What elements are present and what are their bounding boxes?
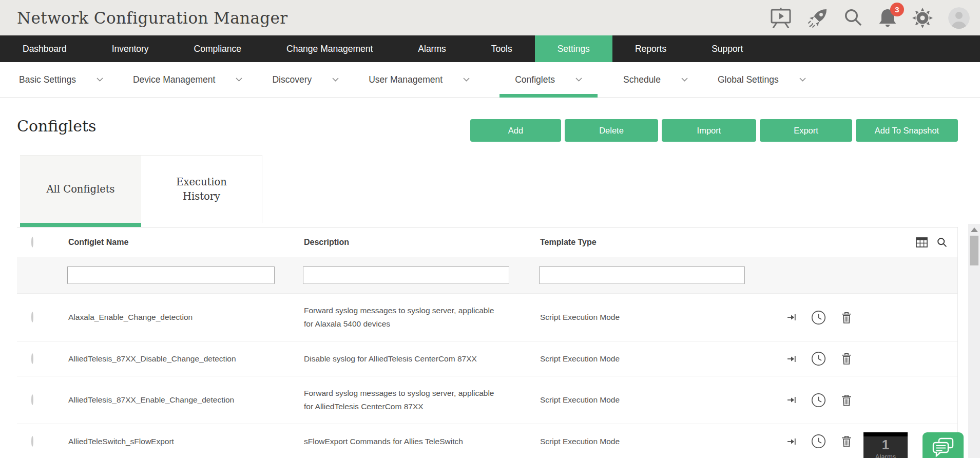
presentation-icon[interactable] xyxy=(770,7,792,28)
nav-item-alarms[interactable]: Alarms xyxy=(395,35,468,62)
column-header-configlet-name: Configlet Name xyxy=(68,238,304,247)
nav-item-label: Settings xyxy=(558,44,590,54)
chevron-down-icon xyxy=(332,78,339,82)
subnav-item-schedule[interactable]: Schedule xyxy=(623,62,688,97)
import-button[interactable]: Import xyxy=(662,119,756,142)
subnav-item-user-management[interactable]: User Management xyxy=(369,62,470,97)
row-select-radio[interactable] xyxy=(31,394,33,405)
table-filter-row xyxy=(17,257,957,294)
column-header-description: Description xyxy=(304,238,540,247)
table-header-icons xyxy=(767,237,957,247)
nav-item-tools[interactable]: Tools xyxy=(469,35,535,62)
user-avatar[interactable] xyxy=(948,7,970,29)
nav-item-label: Reports xyxy=(635,44,666,54)
nav-item-settings[interactable]: Settings xyxy=(535,35,612,62)
nav-item-dashboard[interactable]: Dashboard xyxy=(0,35,89,62)
subnav-item-discovery[interactable]: Discovery xyxy=(272,62,339,97)
chevron-down-icon xyxy=(97,78,103,82)
nav-item-inventory[interactable]: Inventory xyxy=(89,35,171,62)
table-row[interactable]: Alaxala_Enable_Change_detection Forward … xyxy=(17,294,957,341)
nav-item-support[interactable]: Support xyxy=(689,35,765,62)
topbar-icons: 3 xyxy=(770,7,970,29)
nav-item-label: Alarms xyxy=(418,44,446,54)
row-actions xyxy=(767,393,957,408)
configlet-name-cell: AlliedTelesis_87XX_Enable_Change_detecti… xyxy=(68,395,304,405)
chevron-down-icon xyxy=(236,78,242,82)
chevron-down-icon xyxy=(575,78,582,82)
subnav-item-global-settings[interactable]: Global Settings xyxy=(718,62,806,97)
push-to-devices-icon[interactable] xyxy=(787,437,796,446)
subnav-item-label: Global Settings xyxy=(718,74,779,85)
grid-view-icon[interactable] xyxy=(916,237,928,247)
nav-item-compliance[interactable]: Compliance xyxy=(171,35,264,62)
execution-history-clock-icon[interactable] xyxy=(811,434,826,449)
scrollbar-up-arrow[interactable] xyxy=(971,227,978,232)
chevron-down-icon xyxy=(681,78,688,82)
alarm-count: 1 xyxy=(863,436,908,453)
nav-item-label: Change Management xyxy=(286,44,373,54)
description-cell: Forward syslog messages to syslog server… xyxy=(304,304,505,331)
execution-history-clock-icon[interactable] xyxy=(811,310,826,325)
push-to-devices-icon[interactable] xyxy=(787,396,796,404)
chevron-down-icon xyxy=(799,78,806,82)
alarm-label: Alarms xyxy=(863,453,908,458)
tab-label: Execution History xyxy=(161,175,243,204)
nav-item-change-management[interactable]: Change Management xyxy=(264,35,395,62)
table-row[interactable]: AlliedTelesis_87XX_Enable_Change_detecti… xyxy=(17,376,957,424)
nav-item-reports[interactable]: Reports xyxy=(612,35,689,62)
template-type-filter-input[interactable] xyxy=(539,266,745,284)
delete-trash-icon[interactable] xyxy=(841,353,852,365)
row-select-radio[interactable] xyxy=(31,353,33,364)
row-select-radio[interactable] xyxy=(31,312,33,322)
table-row[interactable]: AlliedTelesis_87XX_Disable_Change_detect… xyxy=(17,341,957,376)
execution-history-clock-icon[interactable] xyxy=(811,393,826,408)
search-icon[interactable] xyxy=(843,8,863,28)
rocket-icon[interactable] xyxy=(808,8,828,28)
settings-subnav: Basic Settings Device Management Discove… xyxy=(0,62,980,98)
app-title: Network Configuration Manager xyxy=(17,9,288,27)
tab-all-configlets[interactable]: All Configlets xyxy=(20,155,141,223)
delete-trash-icon[interactable] xyxy=(841,312,852,323)
configlet-name-filter-input[interactable] xyxy=(67,266,275,284)
description-filter-input[interactable] xyxy=(303,266,509,284)
page-title: Configlets xyxy=(17,117,96,135)
column-search-icon[interactable] xyxy=(937,237,947,247)
export-button[interactable]: Export xyxy=(760,119,852,142)
description-cell: Disable syslog for AlliedTelesis CenterC… xyxy=(304,352,505,366)
push-to-devices-icon[interactable] xyxy=(787,313,796,321)
description-cell: Forward syslog messages to syslog server… xyxy=(304,387,505,413)
subnav-item-configlets[interactable]: Configlets xyxy=(499,62,598,97)
nav-item-label: Dashboard xyxy=(23,44,67,54)
table-row[interactable]: AlliedTeleSwitch_sFlowExport sFlowExport… xyxy=(17,424,957,458)
notification-badge: 3 xyxy=(890,3,904,16)
alarms-widget[interactable]: 1 Alarms xyxy=(863,432,908,458)
subnav-item-device-management[interactable]: Device Management xyxy=(133,62,243,97)
tab-execution-history[interactable]: Execution History xyxy=(141,155,262,223)
delete-trash-icon[interactable] xyxy=(841,394,852,406)
notifications-bell-icon[interactable]: 3 xyxy=(878,8,897,28)
nav-item-label: Tools xyxy=(491,44,512,54)
configlets-table: Configlet Name Description Template Type xyxy=(17,227,958,458)
delete-button[interactable]: Delete xyxy=(565,119,658,142)
topbar: Network Configuration Manager xyxy=(0,0,980,35)
add-to-snapshot-button[interactable]: Add To Snapshot xyxy=(856,119,958,142)
tab-label: All Configlets xyxy=(40,182,122,197)
row-select-radio[interactable] xyxy=(31,436,33,447)
row-actions xyxy=(767,310,957,325)
gear-icon[interactable] xyxy=(912,8,933,28)
scrollbar-thumb[interactable] xyxy=(970,236,978,265)
subnav-item-label: Configlets xyxy=(515,74,555,85)
push-to-devices-icon[interactable] xyxy=(787,355,796,363)
vertical-scrollbar[interactable] xyxy=(968,224,980,458)
nav-item-label: Compliance xyxy=(194,44,241,54)
select-all-radio[interactable] xyxy=(31,237,33,247)
table-header-row: Configlet Name Description Template Type xyxy=(17,227,957,257)
subnav-item-basic-settings[interactable]: Basic Settings xyxy=(19,62,103,97)
execution-history-clock-icon[interactable] xyxy=(811,351,826,366)
subnav-item-label: Device Management xyxy=(133,74,216,85)
add-button[interactable]: Add xyxy=(470,119,561,142)
delete-trash-icon[interactable] xyxy=(841,435,852,447)
template-type-cell: Script Execution Mode xyxy=(540,395,767,405)
configlet-name-cell: AlliedTelesis_87XX_Disable_Change_detect… xyxy=(68,354,304,364)
feedback-button[interactable] xyxy=(923,432,964,458)
